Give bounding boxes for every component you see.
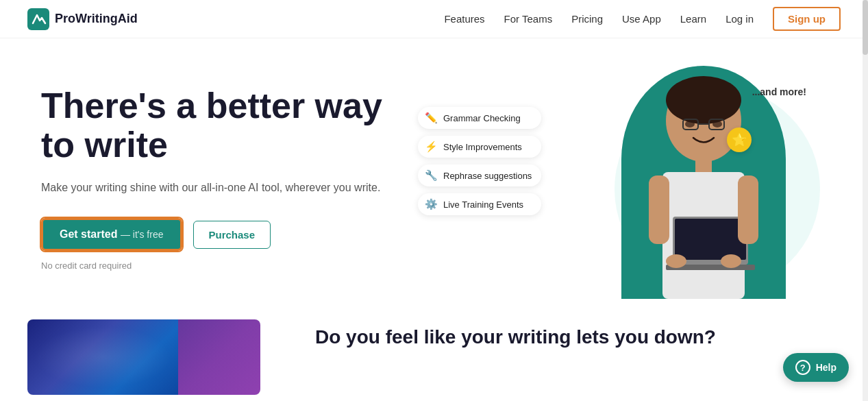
purple-image xyxy=(178,319,260,395)
free-label: — it's free xyxy=(121,229,164,240)
training-icon: ⚙️ xyxy=(425,198,438,210)
hero-title: There's a better way to write xyxy=(41,86,384,165)
svg-rect-11 xyxy=(675,219,746,260)
bottom-text: Do you feel like your writing lets you d… xyxy=(315,319,841,348)
style-icon: ⚡ xyxy=(425,141,438,153)
hero-content: There's a better way to write Make your … xyxy=(41,73,384,271)
svg-point-16 xyxy=(721,254,741,268)
purchase-button[interactable]: Purchase xyxy=(193,221,271,249)
star-badge: ⭐ xyxy=(727,127,752,152)
scrollbar[interactable] xyxy=(863,0,868,401)
pill-style: ⚡ Style Improvements xyxy=(418,136,541,158)
logo-text: ProWritingAid xyxy=(55,12,138,26)
svg-point-15 xyxy=(666,254,686,268)
pill-grammar: ✏️ Grammar Checking xyxy=(418,107,541,129)
bottom-section: Do you feel like your writing lets you d… xyxy=(0,319,868,401)
person-illustration xyxy=(621,66,786,299)
pill-training: ⚙️ Live Training Events xyxy=(418,193,541,215)
blue-image xyxy=(27,319,178,395)
logo[interactable]: ProWritingAid xyxy=(27,8,138,30)
scrollbar-thumb[interactable] xyxy=(863,0,868,55)
help-label: Help xyxy=(816,362,836,373)
help-icon: ? xyxy=(795,360,810,375)
hero-section: There's a better way to write Make your … xyxy=(0,38,868,319)
nav-learn[interactable]: Learn xyxy=(680,13,706,25)
hero-subtitle: Make your writing shine with our all-in-… xyxy=(41,180,384,196)
training-label: Live Training Events xyxy=(443,199,523,210)
hero-illustration: ✏️ Grammar Checking ⚡ Style Improvements… xyxy=(411,73,841,306)
no-credit-card-note: No credit card required xyxy=(41,260,384,271)
login-button[interactable]: Log in xyxy=(726,13,754,25)
main-nav: Features For Teams Pricing Use App Learn… xyxy=(444,7,841,31)
nav-use-app[interactable]: Use App xyxy=(622,13,661,25)
grammar-icon: ✏️ xyxy=(425,112,438,124)
svg-point-4 xyxy=(712,121,722,127)
svg-point-3 xyxy=(685,121,695,127)
get-started-button[interactable]: Get started — it's free xyxy=(41,218,182,251)
feature-pills: ✏️ Grammar Checking ⚡ Style Improvements… xyxy=(418,107,541,215)
style-label: Style Improvements xyxy=(443,142,522,152)
image-stack xyxy=(27,319,260,395)
pill-rephrase: 🔧 Rephrase suggestions xyxy=(418,165,541,186)
get-started-label: Get started xyxy=(60,228,117,240)
svg-point-2 xyxy=(666,76,741,124)
svg-rect-14 xyxy=(738,175,758,244)
grammar-label: Grammar Checking xyxy=(443,113,521,123)
bottom-title: Do you feel like your writing lets you d… xyxy=(315,326,841,348)
and-more-label: ...and more! xyxy=(752,86,806,97)
bottom-image xyxy=(27,319,260,395)
help-button[interactable]: ? Help xyxy=(783,353,849,382)
rephrase-icon: 🔧 xyxy=(425,169,438,182)
signup-button[interactable]: Sign up xyxy=(773,7,841,31)
nav-features[interactable]: Features xyxy=(444,13,484,25)
nav-pricing[interactable]: Pricing xyxy=(571,13,603,25)
nav-teams[interactable]: For Teams xyxy=(504,13,553,25)
rephrase-label: Rephrase suggestions xyxy=(443,171,532,181)
svg-rect-13 xyxy=(649,175,669,244)
star-icon: ⭐ xyxy=(732,132,747,147)
hero-buttons: Get started — it's free Purchase xyxy=(41,218,384,251)
